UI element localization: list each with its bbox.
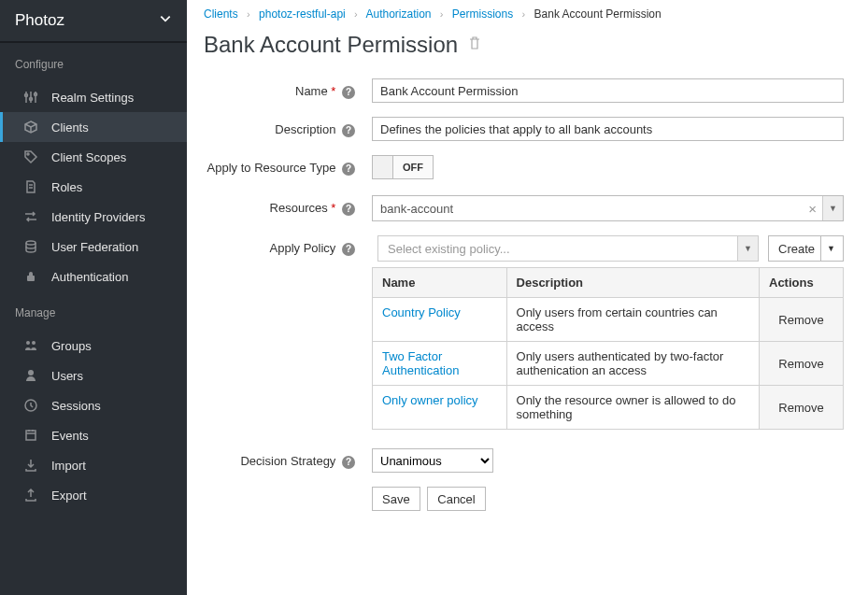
breadcrumb-separator-icon: › <box>434 8 449 20</box>
sidebar-item-label: Groups <box>51 339 92 353</box>
resources-value: bank-account <box>373 202 803 216</box>
create-label: Create <box>778 242 815 256</box>
save-button[interactable]: Save <box>372 487 420 511</box>
page-title-text: Bank Account Permission <box>204 32 458 58</box>
sidebar-item-label: Clients <box>51 120 89 135</box>
section-label-manage: Manage <box>0 291 187 331</box>
help-icon[interactable]: ? <box>342 86 355 99</box>
label-description: Description ? <box>204 117 372 137</box>
table-row: Only owner policy Only the resource owne… <box>373 386 844 430</box>
breadcrumb-link-permissions[interactable]: Permissions <box>452 7 513 21</box>
sidebar-item-user-federation[interactable]: User Federation <box>0 232 187 262</box>
breadcrumb-link-client[interactable]: photoz-restful-api <box>259 7 346 21</box>
table-row: Country Policy Only users from certain c… <box>373 298 844 342</box>
sidebar-item-label: Import <box>51 459 86 473</box>
svg-point-9 <box>26 241 36 245</box>
sidebar-item-events[interactable]: Events <box>0 420 187 450</box>
sidebar-item-identity-providers[interactable]: Identity Providers <box>0 202 187 232</box>
sidebar-item-clients[interactable]: Clients <box>0 112 187 142</box>
table-row: Two Factor Authentication Only users aut… <box>373 342 844 386</box>
name-field[interactable] <box>372 78 844 103</box>
col-name: Name <box>373 268 507 298</box>
help-icon[interactable]: ? <box>342 124 355 137</box>
sidebar-item-users[interactable]: Users <box>0 361 187 390</box>
import-icon <box>23 458 38 473</box>
existing-policy-select[interactable]: Select existing policy... ▼ <box>377 235 759 262</box>
sidebar-item-label: Realm Settings <box>51 91 134 105</box>
svg-point-12 <box>32 341 36 345</box>
calendar-icon <box>23 428 38 443</box>
help-icon[interactable]: ? <box>342 243 355 256</box>
breadcrumb-link-clients[interactable]: Clients <box>204 7 238 21</box>
chevron-down-icon <box>159 11 172 30</box>
sidebar-item-roles[interactable]: Roles <box>0 172 187 202</box>
sidebar-item-import[interactable]: Import <box>0 450 187 480</box>
remove-button[interactable]: Remove <box>778 401 823 415</box>
policy-link[interactable]: Only owner policy <box>382 393 478 407</box>
chevron-down-icon[interactable]: ▼ <box>822 196 843 220</box>
breadcrumb-separator-icon: › <box>349 8 363 20</box>
breadcrumb: Clients › photoz-restful-api › Authoriza… <box>204 0 851 32</box>
breadcrumb-separator-icon: › <box>517 8 532 20</box>
group-icon <box>23 338 38 353</box>
sidebar-item-authentication[interactable]: Authentication <box>0 262 187 291</box>
sidebar-item-realm-settings[interactable]: Realm Settings <box>0 82 187 112</box>
label-apply-policy: Apply Policy ? <box>204 235 372 256</box>
breadcrumb-link-authorization[interactable]: Authorization <box>365 7 431 21</box>
lock-icon <box>23 269 38 284</box>
clear-icon[interactable]: × <box>803 201 822 217</box>
label-name: Name * ? <box>204 78 372 99</box>
sidebar-item-export[interactable]: Export <box>0 480 187 510</box>
help-icon[interactable]: ? <box>342 456 355 469</box>
remove-button[interactable]: Remove <box>778 313 823 327</box>
tags-icon <box>23 149 38 164</box>
sidebar-item-client-scopes[interactable]: Client Scopes <box>0 142 187 172</box>
user-icon <box>23 368 38 383</box>
resources-select[interactable]: bank-account × ▼ <box>372 195 844 221</box>
section-label-configure: Configure <box>0 43 187 82</box>
help-icon[interactable]: ? <box>342 163 355 176</box>
svg-rect-10 <box>27 276 35 281</box>
policy-description: Only the resource owner is allowed to do… <box>506 386 759 430</box>
sidebar-item-label: User Federation <box>51 240 138 254</box>
col-description: Description <box>506 268 759 298</box>
decision-strategy-select[interactable]: Unanimous <box>372 448 493 473</box>
breadcrumb-current: Bank Account Permission <box>534 7 662 21</box>
policy-link[interactable]: Country Policy <box>382 305 461 319</box>
col-actions: Actions <box>760 268 844 298</box>
caret-down-icon: ▼ <box>820 236 841 261</box>
policy-description: Only users authenticated by two-factor a… <box>506 342 759 386</box>
sidebar-item-label: Export <box>51 489 87 503</box>
remove-button[interactable]: Remove <box>778 357 823 371</box>
cancel-button[interactable]: Cancel <box>427 487 485 511</box>
sidebar-item-label: Events <box>51 429 89 443</box>
realm-name: Photoz <box>15 11 64 30</box>
realm-selector[interactable]: Photoz <box>0 0 187 42</box>
apply-resource-type-toggle[interactable]: OFF <box>372 155 434 179</box>
database-icon <box>23 239 38 254</box>
page-title: Bank Account Permission <box>204 32 851 58</box>
description-field[interactable] <box>372 117 844 141</box>
label-resources: Resources * ? <box>204 195 372 216</box>
policy-description: Only users from certain countries can ac… <box>506 298 759 342</box>
sidebar-item-label: Identity Providers <box>51 210 145 224</box>
help-icon[interactable]: ? <box>342 203 355 216</box>
sidebar-item-label: Sessions <box>51 399 101 413</box>
exchange-icon <box>23 209 38 224</box>
export-icon <box>23 488 38 503</box>
create-policy-button[interactable]: Create ▼ <box>768 235 844 262</box>
sidebar-item-label: Roles <box>51 180 82 194</box>
policy-link[interactable]: Two Factor Authentication <box>382 349 459 377</box>
main-content: Clients › photoz-restful-api › Authoriza… <box>187 0 868 595</box>
breadcrumb-separator-icon: › <box>241 8 256 20</box>
svg-point-13 <box>28 370 34 375</box>
sidebar-item-groups[interactable]: Groups <box>0 331 187 361</box>
svg-point-6 <box>27 153 29 155</box>
sidebar-item-label: Users <box>51 369 83 383</box>
svg-point-11 <box>26 341 30 345</box>
cube-icon <box>23 120 38 135</box>
sidebar-item-sessions[interactable]: Sessions <box>0 390 187 420</box>
svg-rect-15 <box>26 431 36 440</box>
trash-icon[interactable] <box>467 35 482 55</box>
chevron-down-icon[interactable]: ▼ <box>737 236 758 261</box>
